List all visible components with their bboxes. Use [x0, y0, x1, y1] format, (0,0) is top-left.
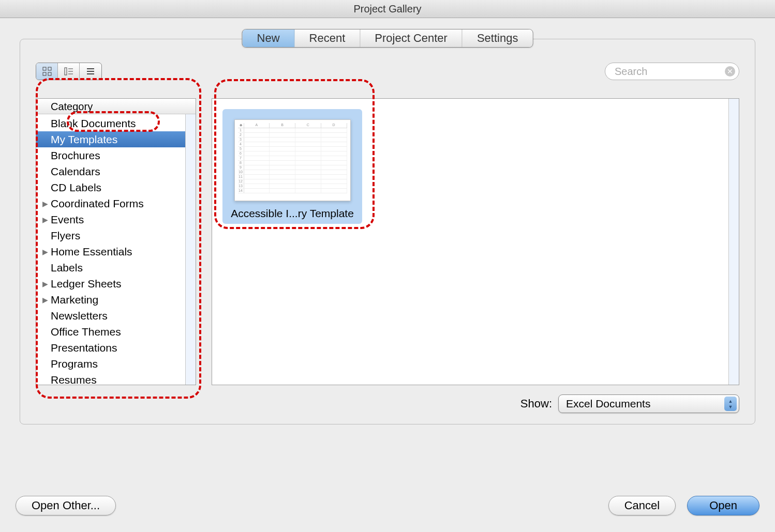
template-grid: ◆ABCD 1 2 3 4 5 6 7 8 9 10 11 12 [212, 98, 739, 385]
columns-icon [64, 67, 73, 76]
category-item[interactable]: Brochures [36, 147, 185, 163]
disclosure-triangle-icon[interactable]: ▶ [41, 200, 49, 208]
category-item-label: Marketing [51, 294, 98, 306]
search-input[interactable] [605, 63, 739, 80]
list-icon [86, 67, 95, 76]
category-item-label: Events [51, 214, 84, 226]
open-other-label: Open Other... [32, 499, 100, 512]
category-item[interactable]: ▶Ledger Sheets [36, 276, 185, 292]
template-item[interactable]: ◆ABCD 1 2 3 4 5 6 7 8 9 10 11 12 [222, 109, 362, 224]
tab-settings-label: Settings [477, 32, 518, 45]
disclosure-triangle-icon[interactable]: ▶ [41, 248, 49, 256]
category-item-label: Newsletters [51, 310, 108, 322]
tab-recent[interactable]: Recent [295, 29, 361, 47]
dropdown-arrows-icon: ▲▼ [724, 397, 737, 411]
search-box: ✕ [605, 63, 739, 80]
category-item[interactable]: Resumes [36, 372, 185, 385]
svg-rect-3 [48, 72, 51, 75]
category-item[interactable]: Newsletters [36, 308, 185, 324]
category-item[interactable]: CD Labels [36, 179, 185, 195]
disclosure-triangle-icon[interactable]: ▶ [41, 280, 49, 288]
search-clear-icon[interactable]: ✕ [725, 66, 735, 77]
view-mode-columns[interactable] [58, 63, 80, 80]
category-item-label: Flyers [51, 230, 80, 242]
category-header: Category [36, 99, 196, 114]
category-item-label: CD Labels [51, 181, 101, 194]
category-item[interactable]: ▶Marketing [36, 292, 185, 308]
show-filter-value: Excel Documents [566, 398, 650, 410]
view-mode-grid[interactable] [36, 63, 58, 80]
tab-project-center[interactable]: Project Center [360, 29, 463, 47]
category-sidebar: Category Blank DocumentsMy TemplatesBroc… [36, 98, 196, 385]
cancel-label: Cancel [624, 499, 660, 512]
category-item-label: Presentations [51, 342, 117, 354]
category-item-label: Brochures [51, 149, 100, 162]
category-item-label: Ledger Sheets [51, 278, 122, 290]
view-mode-list[interactable] [80, 63, 101, 80]
tab-project-center-label: Project Center [375, 32, 448, 45]
category-item-label: Coordinated Forms [51, 197, 144, 210]
main-panel: New Recent Project Center Settings [20, 39, 755, 424]
category-item-label: Labels [51, 262, 83, 274]
tab-recent-label: Recent [309, 32, 346, 45]
window-titlebar: Project Gallery [0, 0, 775, 18]
show-filter-dropdown[interactable]: Excel Documents ▲▼ [558, 394, 739, 413]
category-item[interactable]: ▶Coordinated Forms [36, 195, 185, 211]
category-item[interactable]: Office Themes [36, 324, 185, 340]
disclosure-triangle-icon[interactable]: ▶ [41, 296, 49, 304]
category-item-label: Programs [51, 358, 98, 370]
open-label: Open [709, 499, 737, 512]
category-item[interactable]: Programs [36, 356, 185, 372]
cancel-button[interactable]: Cancel [608, 496, 676, 515]
category-item[interactable]: Flyers [36, 227, 185, 244]
disclosure-triangle-icon[interactable]: ▶ [41, 216, 49, 224]
svg-rect-0 [43, 67, 46, 70]
category-item-label: Calendars [51, 165, 100, 178]
tabbar: New Recent Project Center Settings [242, 29, 533, 48]
category-item-label: Resumes [51, 374, 97, 385]
category-list: Blank DocumentsMy TemplatesBrochuresCale… [36, 114, 185, 385]
template-thumbnail: ◆ABCD 1 2 3 4 5 6 7 8 9 10 11 12 [234, 119, 351, 201]
tab-new-label: New [257, 32, 280, 45]
category-item[interactable]: My Templates [36, 131, 185, 147]
category-item-label: My Templates [51, 133, 117, 146]
tab-settings[interactable]: Settings [463, 29, 533, 47]
svg-rect-2 [43, 72, 46, 75]
category-item-label: Blank Documents [51, 117, 136, 130]
grid-icon [42, 67, 52, 76]
category-item[interactable]: Blank Documents [36, 115, 185, 131]
category-item-label: Home Essentials [51, 246, 132, 258]
category-item[interactable]: ▶Events [36, 211, 185, 227]
category-header-label: Category [51, 101, 93, 112]
category-item[interactable]: Presentations [36, 340, 185, 356]
view-mode-segmented [36, 63, 102, 80]
category-item[interactable]: Labels [36, 260, 185, 276]
tab-new[interactable]: New [243, 29, 295, 47]
show-filter-label: Show: [520, 397, 552, 411]
content-scrollbar[interactable] [728, 99, 739, 385]
template-label: Accessible I...ry Template [231, 207, 354, 220]
window-title: Project Gallery [353, 3, 421, 14]
category-item[interactable]: Calendars [36, 163, 185, 179]
svg-rect-4 [65, 68, 67, 75]
open-button[interactable]: Open [687, 496, 759, 515]
category-item[interactable]: ▶Home Essentials [36, 244, 185, 260]
open-other-button[interactable]: Open Other... [16, 496, 116, 515]
category-item-label: Office Themes [51, 326, 121, 338]
svg-rect-1 [48, 67, 51, 70]
sidebar-scrollbar[interactable] [185, 114, 196, 385]
